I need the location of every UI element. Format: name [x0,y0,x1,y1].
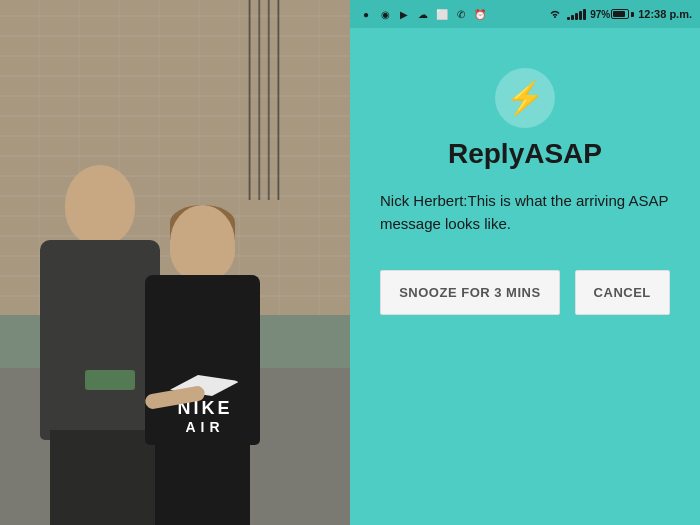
skype-icon: ☁ [415,6,431,22]
status-bar: ● ◉ ▶ ☁ ⬜ ✆ ⏰ [350,0,700,28]
whatsapp-icon: ✆ [453,6,469,22]
phone-panel: ● ◉ ▶ ☁ ⬜ ✆ ⏰ [350,0,700,525]
notification-icon: ● [358,6,374,22]
shirt-logo [85,370,135,390]
signal-bars [567,8,586,20]
video-icon: ▶ [396,6,412,22]
battery-indicator: 97% [590,9,634,20]
cancel-button[interactable]: CANCEL [575,270,670,315]
adult-head [65,165,135,245]
status-icons-right: 97% 12:38 p.m. [547,6,692,22]
child-person: NIKE AIR [140,205,290,525]
gate-railing [240,0,320,200]
status-icons-left: ● ◉ ▶ ☁ ⬜ ✆ ⏰ [358,6,488,22]
lightning-icon: ⚡ [505,79,545,117]
app-icon-circle: ⚡ [495,68,555,128]
wifi-icon [547,6,563,22]
photo-icon: ⬜ [434,6,450,22]
message-text: Nick Herbert:This is what the arriving A… [350,190,700,235]
buttons-row: SNOOZE FOR 3 MINS CANCEL [350,270,700,315]
child-legs [155,440,250,525]
snooze-button[interactable]: SNOOZE FOR 3 MINS [380,270,559,315]
photo-panel: NIKE AIR [0,0,350,525]
app-icon-area: ⚡ [350,68,700,128]
battery-pct: 97% [590,9,610,20]
child-head [170,205,235,280]
browser-icon: ◉ [377,6,393,22]
air-text: AIR [185,419,224,435]
alarm-icon: ⏰ [472,6,488,22]
status-time: 12:38 p.m. [638,8,692,20]
app-title: ReplyASAP [350,138,700,170]
child-body: NIKE AIR [145,275,260,445]
